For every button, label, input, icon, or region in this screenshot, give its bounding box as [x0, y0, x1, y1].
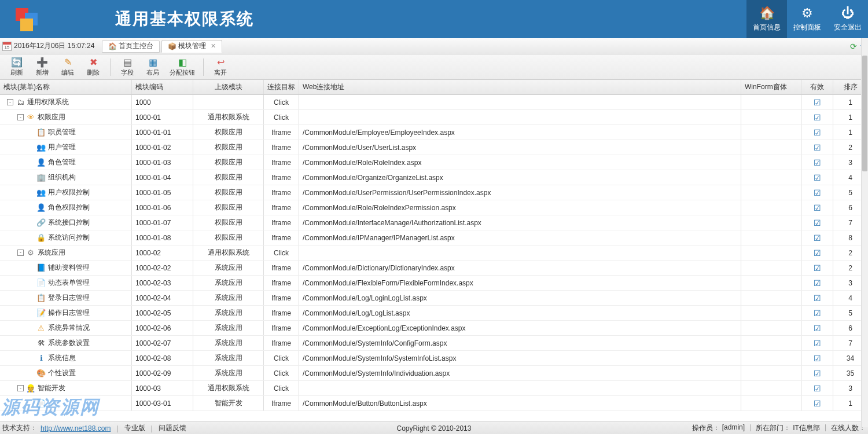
scrollbar[interactable]	[861, 38, 868, 427]
header-nav: 🏠首页信息⚙控制面板⏻安全退出	[746, 0, 868, 38]
row-code: 1000-01-05	[132, 185, 193, 200]
table-row[interactable]: 👥用户权限控制 1000-01-05 权限应用 Iframe /CommonMo…	[0, 185, 868, 200]
table-row[interactable]: 👤角色管理 1000-01-03 权限应用 Iframe /CommonModu…	[0, 155, 868, 170]
checkbox-icon[interactable]: ☑	[814, 369, 821, 378]
table-row[interactable]: 👥用户管理 1000-01-02 权限应用 Iframe /CommonModu…	[0, 140, 868, 155]
row-parent: 权限应用	[193, 230, 264, 245]
tree-toggle-icon[interactable]: -	[17, 250, 24, 256]
col-header-valid[interactable]: 有效	[801, 80, 833, 94]
table-row[interactable]: -⚙系统应用 1000-02 通用权限系统 Click ☑ 2	[0, 245, 868, 261]
checkbox-icon[interactable]: ☑	[814, 324, 821, 333]
table-row[interactable]: 📝操作日志管理 1000-02-05 系统应用 Iframe /CommonMo…	[0, 306, 868, 321]
checkbox-icon[interactable]: ☑	[814, 128, 821, 137]
col-header-name[interactable]: 模块(菜单)名称	[0, 80, 132, 94]
header-nav-0[interactable]: 🏠首页信息	[746, 0, 787, 38]
table-row[interactable]: 🛠系统参数设置 1000-02-07 系统应用 Iframe /CommonMo…	[0, 336, 868, 351]
row-target: Iframe	[264, 291, 299, 305]
row-icon: 👁	[26, 113, 35, 122]
col-header-target[interactable]: 连接目标	[264, 80, 299, 94]
row-parent	[193, 95, 264, 109]
table-row[interactable]: 👤角色权限控制 1000-01-06 权限应用 Iframe /CommonMo…	[0, 200, 868, 215]
row-code: 1000-01	[132, 110, 193, 124]
table-row[interactable]: 🏢组织机构 1000-01-04 权限应用 Iframe /CommonModu…	[0, 170, 868, 185]
checkbox-icon[interactable]: ☑	[814, 98, 821, 107]
tree-toggle-icon[interactable]: -	[7, 99, 13, 105]
tree-toggle-icon[interactable]: -	[17, 114, 24, 120]
checkbox-icon[interactable]: ☑	[814, 113, 821, 122]
tab-1[interactable]: 📦模块管理✕	[161, 40, 222, 53]
checkbox-icon[interactable]: ☑	[814, 233, 821, 243]
table-row[interactable]: 📋登录日志管理 1000-02-04 系统应用 Iframe /CommonMo…	[0, 291, 868, 306]
row-winform	[741, 306, 801, 320]
tech-support-label: 技术支持：	[2, 423, 37, 433]
tech-support-link[interactable]: http://www.net188.com	[41, 424, 111, 432]
checkbox-icon[interactable]: ☑	[814, 384, 821, 393]
col-header-winform[interactable]: WinForm窗体	[741, 80, 801, 94]
table-row[interactable]: -🗂通用权限系统 1000 Click ☑ 1	[0, 95, 868, 110]
checkbox-icon[interactable]: ☑	[814, 218, 821, 228]
col-header-parent[interactable]: 上级模块	[193, 80, 264, 94]
row-url: /CommonModule/InterfaceManage/IAuthoriza…	[299, 215, 741, 230]
row-icon: 🛠	[36, 339, 46, 348]
scrollbar-thumb[interactable]	[862, 56, 867, 171]
checkbox-icon[interactable]: ☑	[814, 399, 821, 408]
table-row[interactable]: -👁权限应用 1000-01 通用权限系统 Click ☑ 1	[0, 110, 868, 125]
toolbar-label: 分配按钮	[170, 68, 195, 77]
refresh-tabs-icon[interactable]: ⟳	[850, 42, 857, 51]
toolbar-btn-刷新[interactable]: 🔄刷新	[5, 56, 29, 79]
table-row[interactable]: -👷智能开发 1000-03 通用权限系统 Click ☑ 3	[0, 381, 868, 396]
toolbar-icon: ▦	[149, 57, 157, 68]
pro-version[interactable]: 专业版	[124, 423, 145, 433]
feedback-link[interactable]: 问题反馈	[159, 423, 186, 433]
checkbox-icon[interactable]: ☑	[814, 173, 821, 182]
col-header-url[interactable]: Web连接地址	[299, 80, 741, 94]
table-row[interactable]: ⚠系统异常情况 1000-02-06 系统应用 Iframe /CommonMo…	[0, 321, 868, 336]
checkbox-icon[interactable]: ☑	[814, 248, 821, 258]
footer-bar: 技术支持： http://www.net188.com | 专业版 | 问题反馈…	[0, 421, 868, 434]
online-label: 在线人数：	[831, 423, 866, 433]
table-row[interactable]: 🔗系统接口控制 1000-01-07 权限应用 Iframe /CommonMo…	[0, 215, 868, 230]
row-code: 1000-02-02	[132, 261, 193, 275]
toolbar-btn-删除[interactable]: ✖删除	[81, 56, 105, 79]
checkbox-icon[interactable]: ☑	[814, 354, 821, 363]
toolbar-btn-新增[interactable]: ➕新增	[30, 56, 54, 79]
row-parent: 系统应用	[193, 291, 264, 305]
table-row[interactable]: 📄 1000-03-01 智能开发 Iframe /CommonModule/B…	[0, 396, 868, 411]
row-parent: 系统应用	[193, 321, 264, 335]
checkbox-icon[interactable]: ☑	[814, 339, 821, 348]
checkbox-icon[interactable]: ☑	[814, 278, 821, 288]
table-row[interactable]: 📘辅助资料管理 1000-02-02 系统应用 Iframe /CommonMo…	[0, 261, 868, 276]
checkbox-icon[interactable]: ☑	[814, 143, 821, 152]
header-nav-1[interactable]: ⚙控制面板	[787, 0, 827, 38]
toolbar-icon: ✖	[90, 57, 97, 68]
table-row[interactable]: 📄动态表单管理 1000-02-03 系统应用 Iframe /CommonMo…	[0, 276, 868, 291]
checkbox-icon[interactable]: ☑	[814, 294, 821, 303]
row-icon: 📄	[36, 399, 46, 408]
toolbar-btn-离开[interactable]: ↩离开	[208, 56, 233, 79]
tab-0[interactable]: 🏠首页主控台	[102, 40, 160, 53]
header-nav-label: 安全退出	[834, 23, 862, 32]
table-row[interactable]: 🎨个性设置 1000-02-09 系统应用 Click /CommonModul…	[0, 366, 868, 381]
checkbox-icon[interactable]: ☑	[814, 263, 821, 273]
col-header-code[interactable]: 模块编码	[132, 80, 193, 94]
checkbox-icon[interactable]: ☑	[814, 188, 821, 197]
table-row[interactable]: ℹ系统信息 1000-02-08 系统应用 Click /CommonModul…	[0, 351, 868, 366]
tab-label: 模块管理	[178, 41, 206, 51]
dept-label: 所在部门：	[756, 423, 790, 433]
header-nav-2[interactable]: ⏻安全退出	[827, 0, 868, 38]
tree-toggle-icon[interactable]: -	[17, 385, 24, 391]
toolbar-btn-布局[interactable]: ▦布局	[141, 56, 165, 79]
checkbox-icon[interactable]: ☑	[814, 309, 821, 318]
row-winform	[741, 170, 801, 185]
table-row[interactable]: 📋职员管理 1000-01-01 权限应用 Iframe /CommonModu…	[0, 125, 868, 140]
row-icon: 📋	[36, 294, 46, 303]
toolbar-btn-分配按钮[interactable]: ◧分配按钮	[166, 56, 198, 79]
header-nav-icon: 🏠	[759, 6, 775, 21]
table-row[interactable]: 🔒系统访问控制 1000-01-08 权限应用 Iframe /CommonMo…	[0, 230, 868, 245]
toolbar-btn-字段[interactable]: ▤字段	[115, 56, 139, 79]
close-icon[interactable]: ✕	[211, 42, 216, 50]
row-code: 1000-02-08	[132, 351, 193, 365]
checkbox-icon[interactable]: ☑	[814, 203, 821, 212]
checkbox-icon[interactable]: ☑	[814, 158, 821, 167]
toolbar-btn-编辑[interactable]: ✎编辑	[56, 56, 80, 79]
